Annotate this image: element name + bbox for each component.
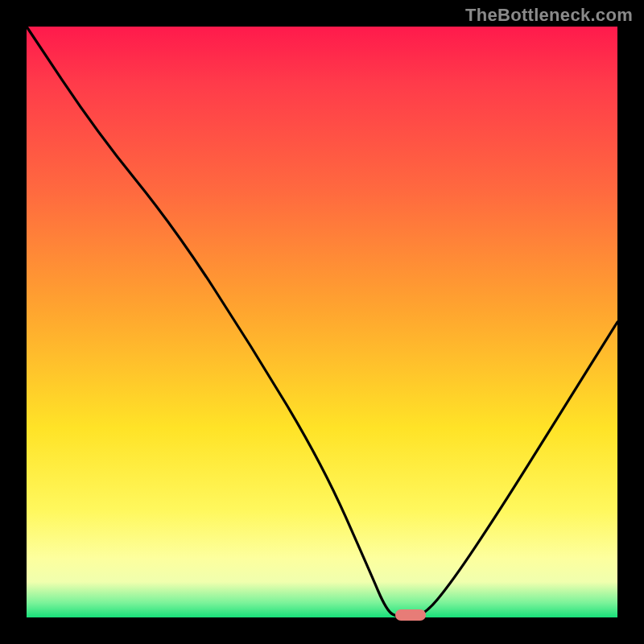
plot-area — [27, 27, 617, 617]
chart-frame: TheBottleneck.com — [0, 0, 644, 644]
bottleneck-curve — [27, 27, 617, 617]
curve-path — [27, 27, 617, 617]
watermark-text: TheBottleneck.com — [465, 5, 633, 26]
optimal-marker — [395, 609, 426, 621]
